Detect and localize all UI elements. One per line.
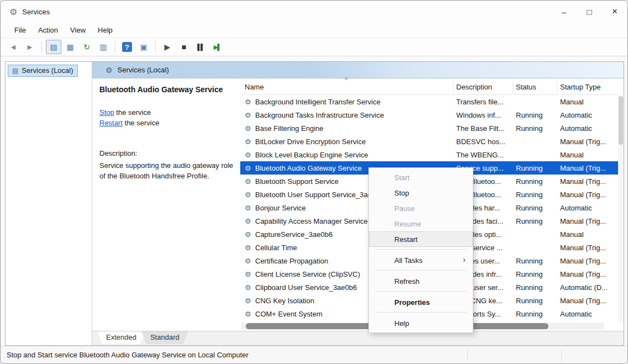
service-status: Running xyxy=(516,281,559,294)
services-pane: ⚙ Services (Local) Bluetooth Audio Gatew… xyxy=(92,62,624,345)
service-gear-icon: ⚙ xyxy=(245,241,254,254)
service-description: BDESVC hos... xyxy=(456,135,515,148)
restart-line-text: the service xyxy=(123,119,159,127)
minimize-button[interactable]: – xyxy=(551,1,577,23)
service-row[interactable]: ⚙Base Filtering EngineThe Base Filt...Ru… xyxy=(240,122,618,135)
forward-icon: ► xyxy=(26,43,34,51)
service-status xyxy=(516,241,559,254)
service-gear-icon: ⚙ xyxy=(245,161,254,175)
service-row[interactable]: ⚙Background Tasks Infrastructure Service… xyxy=(240,108,618,122)
service-status xyxy=(516,148,559,161)
refresh-button[interactable]: ↻ xyxy=(79,40,94,54)
context-menu-item-start: Start xyxy=(369,170,473,185)
service-startup-type: Automatic xyxy=(560,307,617,320)
menu-view[interactable]: View xyxy=(64,24,92,36)
forward-button[interactable]: ► xyxy=(22,40,38,54)
description-text: Service supporting the audio gateway rol… xyxy=(99,160,238,181)
service-gear-icon: ⚙ xyxy=(245,228,254,241)
help-button[interactable]: ? xyxy=(119,40,135,54)
restart-service-line: Restart the service xyxy=(99,119,159,127)
service-name: Background Tasks Infrastructure Service xyxy=(255,108,452,122)
maximize-button[interactable]: □ xyxy=(577,1,602,23)
context-menu-label: All Tasks xyxy=(394,256,423,265)
context-menu-item-restart[interactable]: Restart xyxy=(369,231,473,247)
services-window: ⚙ Services – □ × FileActionViewHelp ◄►▤▦… xyxy=(0,0,628,364)
stop-service-button[interactable]: ■ xyxy=(176,40,192,54)
column-header-description[interactable]: Description xyxy=(456,78,492,95)
context-menu-label: Resume xyxy=(394,220,421,228)
menu-separator xyxy=(374,270,467,271)
context-menu: StartStopPauseResumeRestartAll Tasks›Ref… xyxy=(368,167,473,333)
status-text: Stop and Start service Bluetooth Audio G… xyxy=(7,351,249,359)
column-header-status[interactable]: Status xyxy=(516,78,536,95)
pause-service-button[interactable]: ▌▌ xyxy=(193,40,208,54)
context-menu-label: Stop xyxy=(394,189,409,197)
service-startup-type: Manual (Trig... xyxy=(560,175,617,188)
tree-item-services-local[interactable]: ▤Services (Local) xyxy=(8,65,78,77)
service-description: The WBENG... xyxy=(456,148,515,161)
console-workspace: ▤Services (Local) ⚙ Services (Local) Blu… xyxy=(5,61,624,346)
service-gear-icon: ⚙ xyxy=(245,267,254,281)
service-name: Background Intelligent Transfer Service xyxy=(255,95,452,108)
services-gear-icon: ⚙ xyxy=(105,66,113,75)
menu-file[interactable]: File xyxy=(8,24,32,36)
service-gear-icon: ⚙ xyxy=(245,135,254,148)
restart-service-button[interactable]: ▶▌ xyxy=(209,40,225,54)
show-console-tree-button[interactable]: ▤ xyxy=(46,40,61,54)
service-gear-icon: ⚙ xyxy=(245,148,254,161)
context-menu-item-properties[interactable]: Properties xyxy=(369,294,473,310)
service-status: Running xyxy=(516,254,559,267)
column-header-startup-type[interactable]: Startup Type xyxy=(560,78,600,95)
service-name: Block Level Backup Engine Service xyxy=(255,148,452,161)
back-button[interactable]: ◄ xyxy=(6,40,21,54)
service-gear-icon: ⚙ xyxy=(245,281,254,294)
context-menu-item-help[interactable]: Help xyxy=(369,315,473,331)
tab-extended[interactable]: Extended xyxy=(97,331,145,344)
service-row[interactable]: ⚙Block Level Backup Engine ServiceThe WB… xyxy=(240,148,618,161)
service-status: Running xyxy=(516,175,559,188)
vertical-scrollbar[interactable] xyxy=(618,95,624,322)
column-header-name[interactable]: Name xyxy=(245,78,264,95)
context-menu-item-all-tasks[interactable]: All Tasks› xyxy=(369,252,473,268)
pane-title: Services (Local) xyxy=(118,66,169,74)
restart-link[interactable]: Restart xyxy=(99,119,123,127)
submenu-arrow-icon: › xyxy=(463,255,466,264)
menu-action[interactable]: Action xyxy=(32,24,64,36)
context-menu-label: Restart xyxy=(394,235,418,244)
context-menu-label: Start xyxy=(394,173,409,182)
sort-ascending-icon: ^ xyxy=(345,76,348,84)
service-row[interactable]: ⚙BitLocker Drive Encryption ServiceBDESV… xyxy=(240,135,618,148)
close-button[interactable]: × xyxy=(602,1,627,23)
service-status: Running xyxy=(516,294,559,307)
service-detail-pane: Bluetooth Audio Gateway Service Stop the… xyxy=(92,78,240,331)
description-label: Description: xyxy=(99,149,138,157)
console-window-button[interactable]: ▣ xyxy=(136,40,151,54)
service-status: Running xyxy=(516,267,559,281)
stop-link[interactable]: Stop xyxy=(99,108,114,117)
window-title: Services xyxy=(22,8,50,16)
service-name: BitLocker Drive Encryption Service xyxy=(255,135,452,148)
properties-button[interactable]: ▦ xyxy=(62,40,78,54)
service-startup-type: Automatic (D... xyxy=(560,281,617,294)
context-menu-item-stop[interactable]: Stop xyxy=(369,185,473,201)
context-menu-item-refresh[interactable]: Refresh xyxy=(369,273,473,289)
context-menu-label: Help xyxy=(394,319,409,328)
context-menu-label: Pause xyxy=(394,204,415,213)
export-list-button[interactable]: ▥ xyxy=(96,40,111,54)
service-startup-type: Automatic xyxy=(560,108,617,122)
tab-standard[interactable]: Standard xyxy=(141,331,188,344)
service-gear-icon: ⚙ xyxy=(245,307,254,320)
service-row[interactable]: ⚙Background Intelligent Transfer Service… xyxy=(240,95,618,108)
service-status: Running xyxy=(516,108,559,122)
start-service-icon: ▶ xyxy=(165,43,171,51)
menu-help[interactable]: Help xyxy=(92,24,119,36)
start-service-button[interactable]: ▶ xyxy=(160,40,175,54)
service-description: Windows inf... xyxy=(456,108,515,122)
selected-service-title: Bluetooth Audio Gateway Service xyxy=(99,85,238,94)
refresh-icon: ↻ xyxy=(83,43,90,51)
service-status: Running xyxy=(516,307,559,320)
service-startup-type: Automatic xyxy=(560,201,617,214)
service-startup-type: Manual (Trig... xyxy=(560,294,617,307)
vertical-scrollbar-thumb[interactable] xyxy=(619,96,623,145)
context-menu-label: Refresh xyxy=(394,277,420,286)
